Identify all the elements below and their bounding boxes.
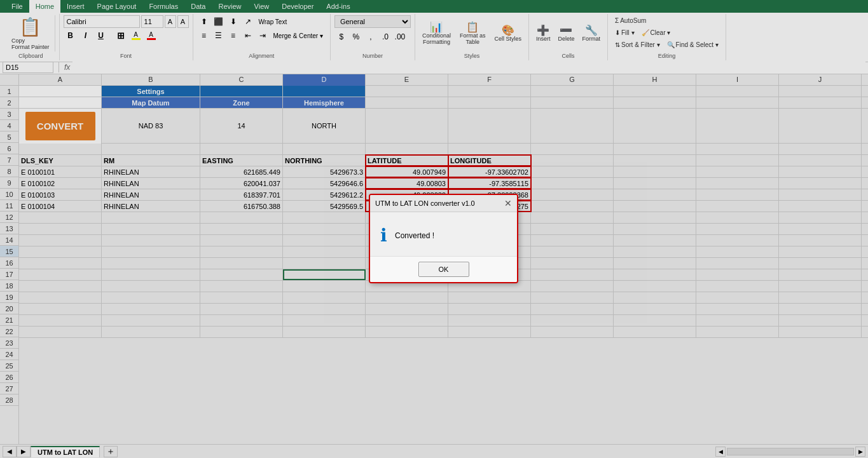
col-header-a[interactable]: A (19, 74, 102, 86)
cell-e1[interactable] (366, 86, 448, 97)
cell-j3[interactable] (779, 109, 862, 144)
cell-j14[interactable] (779, 258, 862, 269)
cell-d19[interactable] (283, 315, 366, 326)
cell-i15[interactable] (696, 269, 779, 280)
col-header-c[interactable]: C (200, 74, 283, 86)
cell-f19[interactable] (448, 315, 531, 326)
cell-g4[interactable] (531, 144, 614, 154)
cell-g2[interactable] (531, 97, 614, 108)
tab-view[interactable]: View (248, 0, 276, 13)
tab-add-ins[interactable]: Add-ins (320, 0, 356, 13)
cell-f20[interactable] (448, 327, 531, 337)
row-num-28[interactable]: 28 (0, 394, 18, 406)
cell-b3[interactable]: NAD 83 (102, 109, 200, 144)
cell-d2[interactable]: Hemisphere (283, 97, 366, 108)
currency-button[interactable]: $ (334, 30, 348, 43)
cell-i10[interactable] (696, 212, 779, 223)
scroll-left-button[interactable]: ◀ (3, 446, 17, 457)
cell-a11[interactable] (19, 224, 102, 234)
cell-g10[interactable] (531, 212, 614, 223)
cell-d9[interactable]: 5429569.5 (283, 201, 366, 212)
cell-j13[interactable] (779, 246, 862, 257)
tab-formulas[interactable]: Formulas (142, 0, 184, 13)
row-num-3[interactable]: 3 (0, 109, 18, 120)
col-header-i[interactable]: I (696, 74, 779, 86)
cell-c15[interactable] (200, 269, 283, 280)
cell-h12[interactable] (614, 235, 696, 246)
font-size-input[interactable] (141, 15, 163, 28)
cell-e3[interactable] (366, 109, 448, 144)
cell-j10[interactable] (779, 212, 862, 223)
cell-d10[interactable] (283, 212, 366, 223)
cell-a20[interactable] (19, 327, 102, 337)
tab-page-layout[interactable]: Page Layout (91, 0, 143, 13)
dialog-ok-button[interactable]: OK (418, 262, 469, 277)
cell-i9[interactable] (696, 201, 779, 212)
format-painter-button[interactable]: Format Painter (11, 44, 50, 50)
tab-developer[interactable]: Developer (275, 0, 320, 13)
row-num-25[interactable]: 25 (0, 360, 18, 372)
cell-h9[interactable] (614, 201, 696, 212)
cell-e6[interactable]: 49.007949 (366, 166, 448, 177)
cell-a7[interactable]: E 0100102 (19, 178, 102, 189)
cell-c14[interactable] (200, 258, 283, 269)
cell-c13[interactable] (200, 246, 283, 257)
cell-d6[interactable]: 5429673.3 (283, 166, 366, 177)
tab-home[interactable]: Home (29, 0, 60, 13)
cell-j6[interactable] (779, 166, 862, 177)
format-button[interactable]: 🔧 Format (579, 24, 604, 44)
row-num-16[interactable]: 16 (0, 257, 18, 269)
cell-d14[interactable] (283, 258, 366, 269)
cell-j19[interactable] (779, 315, 862, 326)
cell-j12[interactable] (779, 235, 862, 246)
name-box-input[interactable] (3, 62, 53, 73)
cell-a6[interactable]: E 0100101 (19, 166, 102, 177)
cell-h7[interactable] (614, 178, 696, 189)
cell-c18[interactable] (200, 304, 283, 314)
cell-j11[interactable] (779, 224, 862, 234)
cell-i19[interactable] (696, 315, 779, 326)
cell-d12[interactable] (283, 235, 366, 246)
cell-b15[interactable] (102, 269, 200, 280)
cell-f2[interactable] (448, 97, 531, 108)
cell-a16[interactable] (19, 281, 102, 292)
cell-c20[interactable] (200, 327, 283, 337)
cell-b12[interactable] (102, 235, 200, 246)
cell-c8[interactable]: 618397.701 (200, 189, 283, 200)
row-num-13[interactable]: 13 (0, 223, 18, 234)
font-name-input[interactable] (64, 15, 140, 28)
border-button[interactable]: ⊞ (114, 29, 128, 42)
cell-h14[interactable] (614, 258, 696, 269)
cell-g15[interactable] (531, 269, 614, 280)
cell-i11[interactable] (696, 224, 779, 234)
cell-b16[interactable] (102, 281, 200, 292)
merge-center-button[interactable]: Merge & Center ▾ (270, 29, 326, 42)
cell-a17[interactable] (19, 292, 102, 303)
decrease-indent-button[interactable]: ⇤ (241, 29, 255, 42)
col-header-f[interactable]: F (448, 74, 531, 86)
formula-input[interactable] (72, 62, 865, 73)
cell-g5[interactable] (531, 155, 614, 166)
row-num-17[interactable]: 17 (0, 269, 18, 280)
row-num-22[interactable]: 22 (0, 326, 18, 337)
copy-button[interactable]: Copy (11, 37, 50, 44)
col-header-j[interactable]: J (779, 74, 862, 86)
cell-j5[interactable] (779, 155, 862, 166)
text-angle-button[interactable]: ↗ (241, 15, 255, 28)
cell-g20[interactable] (531, 327, 614, 337)
cell-i5[interactable] (696, 155, 779, 166)
row-num-9[interactable]: 9 (0, 177, 18, 189)
cell-e20[interactable] (366, 327, 448, 337)
cell-a10[interactable] (19, 212, 102, 223)
cell-a2[interactable] (19, 97, 102, 108)
tab-data[interactable]: Data (184, 0, 212, 13)
cell-g3[interactable] (531, 109, 614, 144)
insert-button[interactable]: ➕ Insert (533, 24, 554, 44)
delete-button[interactable]: ➖ Delete (555, 24, 577, 44)
cell-a1[interactable] (19, 86, 102, 97)
cell-c19[interactable] (200, 315, 283, 326)
horizontal-scrollbar[interactable] (727, 448, 854, 455)
cell-d7[interactable]: 5429646.6 (283, 178, 366, 189)
cell-f6[interactable]: -97.33602702 (448, 166, 531, 177)
align-middle-button[interactable]: ⬛ (212, 15, 226, 28)
